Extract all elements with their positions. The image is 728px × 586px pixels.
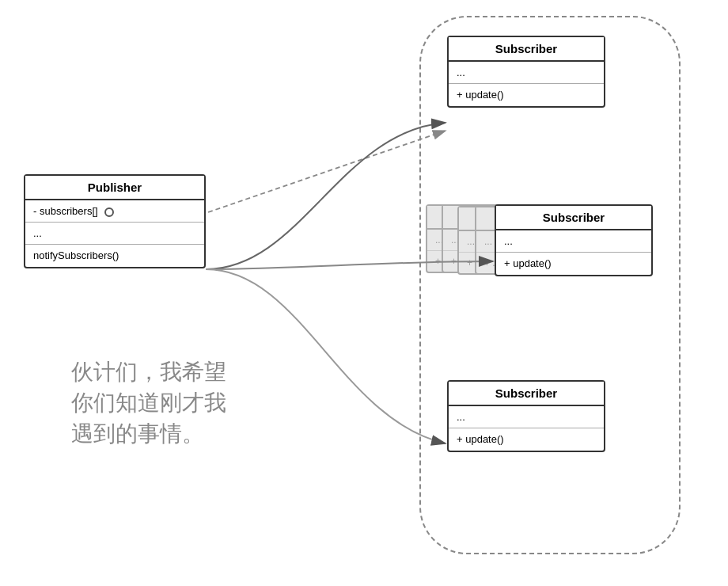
- publisher-field1-text: - subscribers[]: [33, 205, 98, 217]
- arrows-svg: [0, 0, 728, 586]
- subscriber-top-field: ...: [449, 62, 604, 84]
- publisher-field1: - subscribers[]: [25, 200, 204, 223]
- subscriber-mid-field: ...: [496, 230, 651, 253]
- publisher-title: Publisher: [25, 176, 204, 200]
- subscriber-top-title: Subscriber: [449, 37, 604, 62]
- caption-text: 伙计们，我希望 你们知道刚才我 遇到的事情。: [71, 356, 226, 450]
- arrow-to-top: [206, 123, 446, 269]
- subscriber-bot-field: ...: [449, 406, 604, 428]
- subscriber-bot-box: Subscriber ... + update(): [447, 380, 605, 452]
- subscriber-mid-box: Subscriber ... + update(): [495, 204, 653, 276]
- dashed-arrow-top: [208, 131, 446, 212]
- lollipop-icon: [104, 207, 114, 217]
- caption-line1: 伙计们，我希望: [71, 356, 226, 387]
- subscriber-mid-method: + update(): [496, 253, 651, 275]
- arrow-to-bot: [206, 269, 446, 443]
- caption-line2: 你们知道刚才我: [71, 387, 226, 418]
- subscriber-bot-method: + update(): [449, 428, 604, 451]
- diagram-container: S... ... + ... Su... ... + ... Sub... ..…: [0, 0, 728, 586]
- caption-line3: 遇到的事情。: [71, 418, 226, 449]
- subscriber-mid-title: Subscriber: [496, 206, 651, 230]
- publisher-box: Publisher - subscribers[] ... notifySubs…: [24, 174, 206, 268]
- subscriber-top-box: Subscriber ... + update(): [447, 36, 605, 108]
- subscriber-bot-title: Subscriber: [449, 382, 604, 406]
- publisher-field2: ...: [25, 223, 204, 245]
- publisher-method1: notifySubscribers(): [25, 245, 204, 267]
- subscriber-top-method: + update(): [449, 84, 604, 106]
